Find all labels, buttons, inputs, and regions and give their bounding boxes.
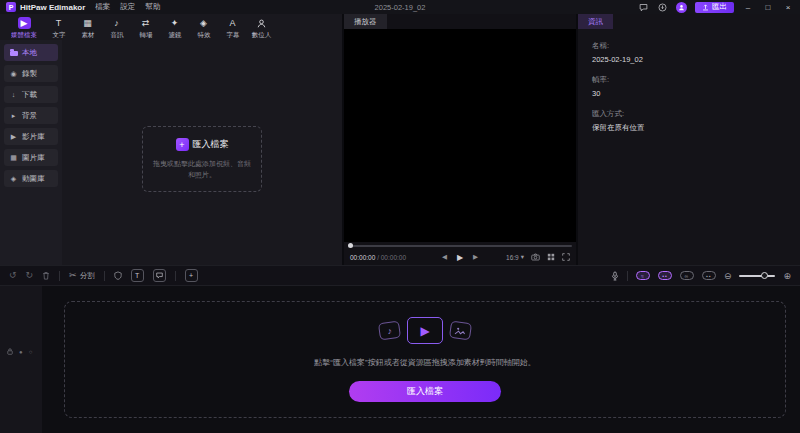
zoom-in-icon[interactable]: ⊕ (783, 271, 791, 281)
sidebar-item-image-library[interactable]: ▦ 圖片庫 (4, 149, 58, 166)
subtitles-icon: A (227, 17, 239, 29)
sidebar-item-local[interactable]: 本地 (4, 44, 58, 61)
menu-file[interactable]: 檔案 (95, 2, 110, 12)
tab-player[interactable]: 播放器 (344, 14, 387, 29)
tab-text[interactable]: T 文字 (44, 17, 73, 40)
video-preview[interactable] (344, 29, 576, 242)
import-title: 匯入檔案 (193, 138, 229, 151)
background-icon: ▸ (9, 112, 18, 120)
export-button[interactable]: 匯出 (695, 2, 734, 13)
plus-icon: + (176, 138, 189, 151)
media-type-icons: ♪ ▶ (379, 317, 471, 344)
filters-icon: ✦ (169, 17, 181, 29)
timeline-toolbar: ↺ ↻ ✂ 分割 T + ≈ •• ∞ ▪▪ ⊖ ⊕ (0, 265, 800, 286)
text-icon: T (53, 17, 65, 29)
redo-icon[interactable]: ↻ (26, 271, 34, 280)
minimize-button[interactable]: – (742, 3, 754, 12)
aspect-ratio-dropdown[interactable]: 16:9▾ (506, 253, 524, 261)
player-scrubber[interactable] (344, 242, 576, 249)
timeline-empty-hint: 點擊“匯入檔案”按鈕或者從資源區拖拽添加素材到時間軸開始。 (314, 357, 535, 368)
timeline-import-button[interactable]: 匯入檔案 (349, 381, 501, 402)
sidebar-item-video-library[interactable]: ▶ 影片庫 (4, 128, 58, 145)
music-box-icon: ♪ (378, 321, 401, 341)
next-frame-button[interactable]: ▶ (473, 253, 478, 261)
export-icon (702, 4, 709, 11)
track-hide-icon[interactable]: ○ (29, 349, 33, 355)
tab-filters[interactable]: ✦ 濾鏡 (160, 17, 189, 40)
player-panel: 播放器 00:00:00 / 00:00:00 ◀ ▶ ▶ 16:9▾ (344, 14, 576, 265)
sidebar-item-gif-library[interactable]: ◈ 動圖庫 (4, 170, 58, 187)
tab-info[interactable]: 資訊 (578, 14, 613, 29)
info-field-framerate: 幀率: 30 (592, 75, 786, 98)
document-title: 2025-02-19_02 (375, 3, 426, 12)
timeline-zoom-slider[interactable] (739, 275, 775, 277)
media-section: ▶ 媒體檔案 T 文字 ▦ 素材 ♪ 音訊 ⇄ 轉場 ✦ 濾鏡 (0, 14, 342, 265)
tab-digital-human[interactable]: 數位人 (247, 17, 276, 40)
tab-stickers[interactable]: ▦ 素材 (73, 17, 102, 40)
scissors-icon: ✂ (69, 271, 77, 280)
timeline-dropzone[interactable]: ♪ ▶ 點擊“匯入檔案”按鈕或者從資源區拖拽添加素材到時間軸開始。 匯入檔案 (64, 301, 786, 418)
feedback-icon[interactable] (638, 2, 649, 13)
tab-effects[interactable]: ◈ 特效 (189, 17, 218, 40)
sidebar-item-download[interactable]: ↓ 下載 (4, 86, 58, 103)
menu-bar: 檔案 設定 幫助 (95, 2, 160, 12)
timeline-area: ● ○ ♪ ▶ 點擊“匯入檔案”按鈕或者從資源區拖拽添加素材到時間軸開始。 匯入… (0, 286, 800, 433)
tab-media-files[interactable]: ▶ 媒體檔案 (4, 17, 44, 40)
grid-icon[interactable] (547, 253, 555, 261)
snapshot-icon[interactable] (531, 253, 540, 261)
time-display: 00:00:00 / 00:00:00 (350, 254, 406, 261)
text-tool-icon[interactable]: T (131, 269, 144, 282)
user-avatar[interactable] (676, 2, 687, 13)
transitions-icon: ⇄ (140, 17, 152, 29)
gif-library-icon: ◈ (9, 175, 18, 183)
maximize-button[interactable]: □ (762, 3, 774, 12)
microphone-icon[interactable] (611, 271, 619, 281)
delete-icon[interactable] (42, 271, 50, 280)
import-hint: 拖曳或點擊此處添加視頻、音頻和照片。 (151, 158, 253, 180)
video-box-icon: ▶ (407, 317, 443, 344)
sidebar-item-record[interactable]: ◉ 錄製 (4, 65, 58, 82)
add-track-icon[interactable]: + (185, 269, 198, 282)
folder-icon (9, 49, 18, 56)
menu-help[interactable]: 幫助 (145, 2, 160, 12)
track-mute-icon[interactable]: ● (19, 349, 23, 355)
link-icon[interactable]: ∞ (680, 271, 694, 280)
record-icon: ◉ (9, 70, 18, 78)
track-header-rail: ● ○ (0, 286, 42, 433)
scrubber-handle[interactable] (348, 243, 353, 248)
tab-transitions[interactable]: ⇄ 轉場 (131, 17, 160, 40)
media-files-icon: ▶ (18, 17, 31, 29)
media-sidebar: 本地 ◉ 錄製 ↓ 下載 ▸ 背景 ▶ 影片庫 (0, 40, 62, 265)
sidebar-item-background[interactable]: ▸ 背景 (4, 107, 58, 124)
digital-human-icon (256, 17, 268, 29)
info-field-name: 名稱: 2025-02-19_02 (592, 41, 786, 64)
tab-audio[interactable]: ♪ 音訊 (102, 17, 131, 40)
effects-icon: ◈ (198, 17, 210, 29)
mask-icon[interactable] (114, 271, 122, 280)
zoom-out-icon[interactable]: ⊖ (724, 271, 732, 281)
play-button[interactable]: ▶ (457, 253, 463, 262)
zoom-slider-handle[interactable] (761, 272, 768, 279)
chevron-down-icon: ▾ (521, 253, 524, 261)
previous-frame-button[interactable]: ◀ (442, 253, 447, 261)
audio-waveform-icon[interactable]: ≈ (636, 271, 650, 280)
track-lock-icon[interactable] (7, 348, 13, 355)
update-icon[interactable] (657, 2, 668, 13)
info-field-import-method: 匯入方式: 保留在原有位置 (592, 109, 786, 133)
info-panel: 資訊 名稱: 2025-02-19_02 幀率: 30 匯入方式: 保留在原有位… (578, 14, 800, 265)
close-button[interactable]: × (782, 3, 794, 12)
image-box-icon (449, 321, 472, 341)
undo-icon[interactable]: ↺ (9, 271, 17, 280)
app-name: HitPaw Edimakor (20, 3, 85, 12)
app-logo: P (6, 2, 16, 12)
magnetic-snap-icon[interactable]: •• (658, 271, 672, 280)
download-icon: ↓ (9, 91, 18, 98)
split-button[interactable]: ✂ 分割 (69, 271, 95, 281)
title-bar: P HitPaw Edimakor 檔案 設定 幫助 2025-02-19_02… (0, 0, 800, 14)
keyframe-icon[interactable]: ▪▪ (702, 271, 716, 280)
menu-settings[interactable]: 設定 (120, 2, 135, 12)
tab-subtitles[interactable]: A 字幕 (218, 17, 247, 40)
import-dropzone[interactable]: + 匯入檔案 拖曳或點擊此處添加視頻、音頻和照片。 (142, 126, 262, 192)
fullscreen-icon[interactable] (562, 253, 570, 261)
subtitle-tool-icon[interactable] (153, 269, 166, 282)
